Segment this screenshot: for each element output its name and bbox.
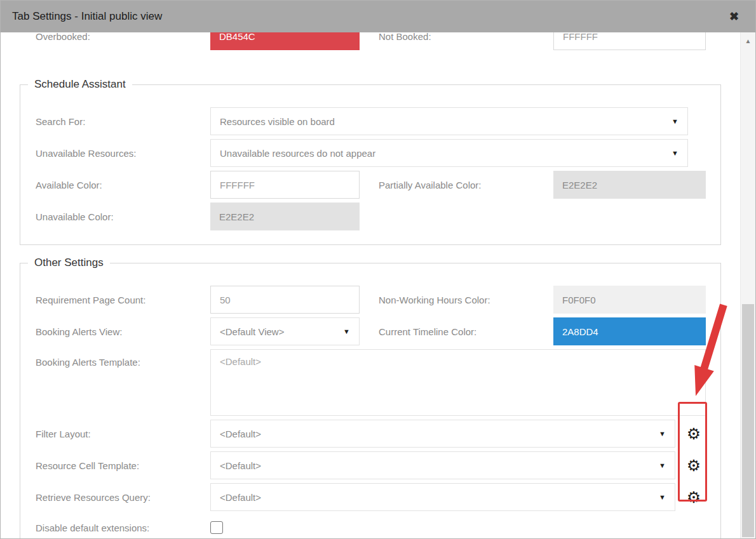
scroll-up-icon[interactable]: ▲ [741, 32, 755, 49]
requirement-page-count-label: Requirement Page Count: [36, 295, 210, 305]
vertical-scrollbar[interactable]: ▲ [740, 32, 755, 538]
chevron-down-icon: ▼ [672, 117, 687, 125]
retrieve-resources-query-row: Retrieve Resources Query: <Default> ▼ ⚙ [20, 483, 720, 511]
current-timeline-color-field[interactable]: 2A8DD4 [553, 317, 706, 345]
booking-alerts-view-label: Booking Alerts View: [36, 326, 210, 337]
chevron-down-icon: ▼ [672, 149, 687, 157]
requirement-page-count-field[interactable]: 50 [210, 286, 360, 314]
chevron-down-icon: ▼ [659, 462, 675, 469]
non-working-hours-color-label: Non-Working Hours Color: [379, 295, 553, 305]
close-icon[interactable]: ✖ [724, 10, 744, 23]
booking-alerts-view-select[interactable]: <Default View> ▼ [210, 317, 360, 345]
gear-icon: ⚙ [687, 426, 701, 442]
chevron-down-icon: ▼ [659, 493, 675, 501]
unavailable-color-label: Unavailable Color: [36, 211, 210, 222]
requirement-page-count-row: Requirement Page Count: 50 Non-Working H… [20, 286, 720, 314]
non-working-hours-color-field[interactable]: F0F0F0 [553, 286, 706, 314]
booking-alerts-template-label: Booking Alerts Template: [36, 349, 210, 368]
unavailable-resources-value: Unavailable resources do not appear [220, 148, 375, 159]
dialog-titlebar: Tab Settings - Initial public view ✖ [1, 1, 755, 32]
search-for-label: Search For: [36, 116, 210, 127]
gear-icon: ⚙ [687, 489, 701, 505]
not-booked-label: Not Booked: [379, 32, 553, 42]
resource-cell-template-row: Resource Cell Template: <Default> ▼ ⚙ [20, 451, 720, 479]
retrieve-resources-query-select[interactable]: <Default> ▼ [210, 483, 675, 511]
search-for-row: Search For: Resources visible on board ▼ [20, 107, 720, 135]
partially-available-color-field[interactable]: E2E2E2 [553, 171, 706, 199]
filter-layout-gear-icon[interactable]: ⚙ [683, 423, 705, 444]
not-booked-color-field[interactable]: FFFFFF [553, 32, 706, 50]
booking-alerts-view-value: <Default View> [220, 326, 284, 337]
disable-default-extensions-label: Disable default extensions: [36, 522, 210, 533]
current-timeline-color-label: Current Timeline Color: [379, 326, 553, 337]
non-working-hours-color-value: F0F0F0 [562, 295, 596, 305]
available-color-value: FFFFFF [220, 180, 255, 190]
filter-layout-select[interactable]: <Default> ▼ [210, 420, 675, 448]
schedule-assistant-group: Schedule Assistant Search For: Resources… [20, 78, 721, 245]
available-color-field[interactable]: FFFFFF [210, 171, 360, 199]
search-for-select[interactable]: Resources visible on board ▼ [210, 107, 688, 135]
resource-cell-template-value: <Default> [220, 460, 261, 471]
overbooked-color-field[interactable]: DB454C [210, 32, 360, 50]
search-for-value: Resources visible on board [220, 116, 335, 127]
available-color-row: Available Color: FFFFFF Partially Availa… [20, 171, 720, 199]
overbooked-color-value: DB454C [219, 32, 255, 42]
tab-settings-dialog: Tab Settings - Initial public view ✖ Ove… [0, 0, 756, 539]
booked-colors-row: Overbooked: DB454C Not Booked: FFFFFF [1, 32, 740, 50]
schedule-assistant-legend: Schedule Assistant [28, 78, 132, 91]
other-settings-group: Other Settings Requirement Page Count: 5… [20, 256, 721, 538]
resource-cell-template-select[interactable]: <Default> ▼ [210, 451, 675, 479]
gear-icon: ⚙ [687, 458, 701, 474]
other-settings-legend: Other Settings [28, 256, 110, 269]
available-color-label: Available Color: [36, 180, 210, 190]
unavailable-resources-label: Unavailable Resources: [36, 148, 210, 159]
partially-available-color-value: E2E2E2 [562, 180, 597, 190]
chevron-down-icon: ▼ [343, 328, 359, 335]
filter-layout-row: Filter Layout: <Default> ▼ ⚙ [20, 420, 720, 448]
booking-alerts-template-row: Booking Alerts Template: [20, 349, 720, 416]
booking-alerts-template-input[interactable] [210, 349, 706, 416]
resource-cell-template-gear-icon[interactable]: ⚙ [683, 455, 705, 476]
unavailable-color-value: E2E2E2 [219, 211, 254, 222]
disable-default-extensions-row: Disable default extensions: [20, 521, 720, 534]
booking-alerts-view-row: Booking Alerts View: <Default View> ▼ Cu… [20, 317, 720, 345]
filter-layout-value: <Default> [220, 429, 261, 439]
disable-default-extensions-checkbox[interactable] [210, 521, 223, 534]
not-booked-color-value: FFFFFF [563, 32, 598, 42]
chevron-down-icon: ▼ [659, 430, 675, 437]
dialog-title: Tab Settings - Initial public view [12, 10, 162, 23]
unavailable-color-field[interactable]: E2E2E2 [210, 203, 360, 230]
filter-layout-label: Filter Layout: [36, 429, 210, 439]
unavailable-resources-select[interactable]: Unavailable resources do not appear ▼ [210, 139, 688, 167]
retrieve-resources-query-gear-icon[interactable]: ⚙ [683, 486, 705, 508]
overbooked-label: Overbooked: [36, 32, 210, 42]
requirement-page-count-value: 50 [220, 295, 231, 305]
partially-available-color-label: Partially Available Color: [379, 180, 553, 190]
resource-cell-template-label: Resource Cell Template: [36, 460, 210, 471]
unavailable-color-row: Unavailable Color: E2E2E2 [20, 203, 720, 230]
current-timeline-color-value: 2A8DD4 [562, 326, 598, 337]
scrollbar-thumb[interactable] [742, 304, 754, 537]
dialog-content: Overbooked: DB454C Not Booked: FFFFFF Sc… [1, 32, 740, 538]
retrieve-resources-query-value: <Default> [220, 492, 261, 503]
unavailable-resources-row: Unavailable Resources: Unavailable resou… [20, 139, 720, 167]
retrieve-resources-query-label: Retrieve Resources Query: [36, 492, 210, 503]
